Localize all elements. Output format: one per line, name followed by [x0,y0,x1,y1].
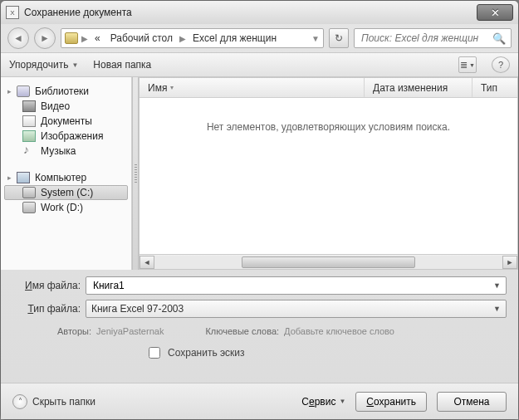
chevron-icon: ▶ [81,34,88,43]
search-box[interactable]: 🔍 [354,28,512,48]
save-button[interactable]: Сохранить [355,392,427,412]
hide-folders-button[interactable]: ˄ Скрыть папки [12,394,95,409]
sort-icon: ▾ [170,84,174,91]
titlebar: X Сохранение документа ✕ [1,1,518,24]
caret-icon: ▸ [7,87,12,95]
filename-field[interactable]: ▼ [86,276,507,295]
save-dialog-window: X Сохранение документа ✕ ◄ ► ▶ « Рабочий… [0,0,519,420]
toolbar: Упорядочить ▼ Новая папка ≣ ▼ ? [1,52,518,77]
dialog-body: ▸ Библиотеки Видео Документы Изображения… [1,77,518,270]
filename-label: Имя файла: [12,280,81,291]
keywords-value[interactable]: Добавьте ключевое слово [284,326,394,336]
save-thumbnail-checkbox[interactable] [149,347,160,359]
drive-icon [22,187,36,198]
cancel-button[interactable]: Отмена [437,392,507,412]
libraries-icon [17,85,30,97]
refresh-button[interactable]: ↻ [329,28,349,48]
chevron-down-icon[interactable]: ▼ [311,34,320,43]
images-icon [22,130,36,142]
column-name[interactable]: Имя▾ [140,78,365,97]
column-type[interactable]: Тип [472,78,517,97]
sidebar-drive-d[interactable]: Work (D:) [4,200,128,215]
sidebar-label: Музыка [41,145,76,157]
service-label: Сервис [301,396,335,408]
sidebar-label: Work (D:) [41,202,83,213]
close-button[interactable]: ✕ [477,4,513,21]
chevron-down-icon: ▼ [71,61,78,69]
thumbnail-row: Сохранить эскиз [12,341,507,369]
forward-button[interactable]: ► [34,27,56,49]
filename-input[interactable] [91,279,493,292]
service-button[interactable]: Сервис ▼ [301,396,345,408]
horizontal-scrollbar[interactable]: ◄ ► [140,254,517,269]
filetype-value: Книга Excel 97-2003 [91,303,493,315]
chevron-down-icon[interactable]: ▼ [493,305,501,313]
form-area: Имя файла: ▼ Тип файла: Книга Excel 97-2… [1,270,518,374]
footer: ˄ Скрыть папки Сервис ▼ Сохранить Отмена [1,383,518,419]
computer-icon [17,172,30,183]
chevron-icon: ▶ [179,34,186,43]
sidebar-label: Библиотеки [35,85,89,97]
sidebar-label: Документы [41,115,92,127]
sidebar-documents[interactable]: Документы [4,114,128,129]
help-button[interactable]: ? [492,56,510,73]
sidebar-music[interactable]: Музыка [4,144,128,159]
drive-icon [22,202,36,213]
folder-icon [65,32,78,44]
sidebar-libraries[interactable]: ▸ Библиотеки [4,84,128,99]
chevron-up-icon: ˄ [12,394,27,409]
new-folder-button[interactable]: Новая папка [93,59,151,71]
sidebar-label: Изображения [41,130,103,142]
app-icon: X [6,6,19,19]
navbar: ◄ ► ▶ « Рабочий стол ▶ Excel для женщин … [1,24,518,52]
music-icon [22,145,36,157]
video-icon [22,100,36,112]
crumb-prefix[interactable]: « [91,32,104,44]
sidebar-computer[interactable]: ▸ Компьютер [4,170,128,185]
sidebar-drive-c[interactable]: System (C:) [4,185,128,200]
search-input[interactable] [360,32,492,45]
crumb-desktop[interactable]: Рабочий стол [107,32,176,44]
organize-button[interactable]: Упорядочить ▼ [9,59,78,71]
breadcrumb[interactable]: ▶ « Рабочий стол ▶ Excel для женщин ▼ [61,28,324,48]
empty-message: Нет элементов, удовлетворяющих условиям … [140,98,517,254]
chevron-down-icon: ▼ [339,398,345,405]
sidebar-images[interactable]: Изображения [4,129,128,144]
new-folder-label: Новая папка [93,59,151,71]
authors-value[interactable]: JeniyaPasternak [96,326,164,336]
sidebar-label: Видео [41,100,70,112]
crumb-folder[interactable]: Excel для женщин [189,32,280,44]
filetype-field[interactable]: Книга Excel 97-2003 ▼ [86,300,507,318]
search-icon[interactable]: 🔍 [492,32,506,45]
organize-label: Упорядочить [9,59,68,71]
documents-icon [22,115,36,127]
view-options-button[interactable]: ≣ ▼ [458,56,477,73]
sidebar: ▸ Библиотеки Видео Документы Изображения… [1,77,132,270]
authors-label: Авторы: [57,326,91,336]
save-label: Сохранить [366,396,416,408]
scroll-right-button[interactable]: ► [502,256,517,269]
splitter[interactable] [132,77,139,270]
hide-folders-label: Скрыть папки [32,396,95,408]
chevron-down-icon[interactable]: ▼ [493,281,501,290]
authors-pair[interactable]: Авторы: JeniyaPasternak [57,326,164,336]
window-title: Сохранение документа [24,7,477,18]
keywords-pair[interactable]: Ключевые слова: Добавьте ключевое слово [205,326,394,336]
file-list-area: Имя▾ Дата изменения Тип Нет элементов, у… [139,77,518,270]
scroll-thumb[interactable] [242,256,416,268]
back-button[interactable]: ◄ [7,27,29,49]
sidebar-label: Компьютер [35,172,86,183]
filetype-label: Тип файла: [12,303,81,315]
caret-icon: ▸ [7,173,12,182]
column-date[interactable]: Дата изменения [365,78,472,97]
sidebar-label: System (C:) [41,187,93,198]
save-thumbnail-label: Сохранить эскиз [168,347,245,359]
column-headers: Имя▾ Дата изменения Тип [140,78,517,98]
scroll-track[interactable] [154,256,502,269]
metadata-row: Авторы: JeniyaPasternak Ключевые слова: … [12,323,507,341]
scroll-left-button[interactable]: ◄ [140,256,154,269]
sidebar-video[interactable]: Видео [4,99,128,114]
keywords-label: Ключевые слова: [205,326,279,336]
